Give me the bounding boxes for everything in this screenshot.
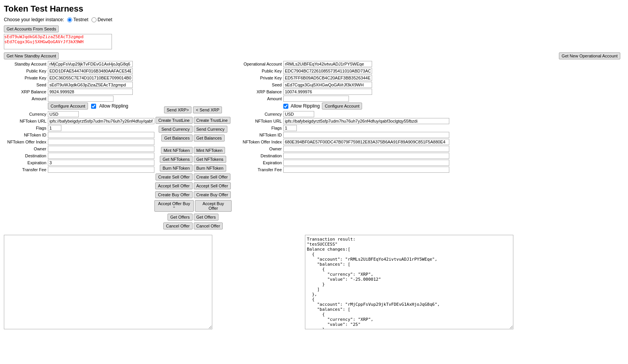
op-flags-input[interactable] xyxy=(283,125,297,131)
standby-expiration-input[interactable] xyxy=(48,160,154,166)
standby-amount-input[interactable] xyxy=(48,96,113,102)
op-seed-label: Seed xyxy=(232,83,282,87)
standby-expiration-label: Expiration xyxy=(4,160,46,165)
standby-seed-label: Seed xyxy=(4,83,46,87)
get-offers-left-btn[interactable]: Get Offers xyxy=(168,214,193,221)
page-title: Token Test Harness xyxy=(4,4,624,14)
send-xrp-standby-btn[interactable]: Send XRP> xyxy=(164,106,192,113)
standby-destination-label: Destination xyxy=(4,153,46,158)
cancel-offer-left-btn[interactable]: Cancel Offer xyxy=(163,222,193,229)
get-new-operational-btn[interactable]: Get New Operational Account xyxy=(559,52,620,59)
get-nftokens-right-btn[interactable]: Get NFTokens xyxy=(194,156,226,163)
op-destination-input[interactable] xyxy=(283,153,449,159)
standby-account-input[interactable] xyxy=(48,61,133,67)
op-nftoken-id-label: NFToken ID xyxy=(232,133,282,137)
op-nftoken-id-input[interactable] xyxy=(283,132,449,138)
create-trustline-left-btn[interactable]: Create TrustLine xyxy=(156,117,192,124)
standby-nftoken-offer-index-label: NFToken Offer Index xyxy=(4,140,46,144)
create-buy-left-btn[interactable]: Create Buy Offer xyxy=(155,191,192,198)
standby-nftoken-url-label: NFToken URL xyxy=(4,119,46,123)
create-sell-right-btn[interactable]: Create Sell Offer xyxy=(194,174,231,180)
op-nftoken-url-input[interactable] xyxy=(283,118,449,124)
op-transfer-fee-input[interactable] xyxy=(283,167,449,173)
seeds-textarea[interactable]: sEdT9uWJqdkG63pZizaZ5EAcT3zgmpd sEd7Cqgx… xyxy=(4,34,112,49)
get-new-standby-btn[interactable]: Get New Standby Account xyxy=(4,52,59,59)
standby-nftoken-url-input[interactable] xyxy=(48,118,154,124)
result-right-textarea[interactable]: Transaction result: "tesSUCCESS" Balance… xyxy=(305,235,513,329)
standby-nftoken-offer-index-input[interactable] xyxy=(48,139,154,145)
create-sell-left-btn[interactable]: Create Sell Offer xyxy=(156,174,193,180)
op-expiration-label: Expiration xyxy=(232,160,282,165)
get-balances-left-btn[interactable]: Get Balances xyxy=(161,135,192,142)
devnet-label[interactable]: Devnet xyxy=(91,17,112,22)
op-privkey-input[interactable] xyxy=(283,75,372,81)
op-nftoken-offer-index-input[interactable] xyxy=(283,139,449,145)
devnet-radio[interactable] xyxy=(91,17,96,22)
testnet-label[interactable]: Testnet xyxy=(67,17,88,22)
standby-amount-label: Amount xyxy=(4,96,46,101)
mint-nftoken-right-btn[interactable]: Mint NFToken xyxy=(194,147,225,154)
accept-sell-left-btn[interactable]: Accept Sell Offer xyxy=(155,182,192,189)
standby-allow-rippling-label: Allow Rippling xyxy=(99,103,128,109)
op-allow-rippling-label: Allow Rippling xyxy=(291,103,320,109)
testnet-radio[interactable] xyxy=(67,17,72,22)
op-xrp-balance-label: XRP Balance xyxy=(232,89,282,94)
op-currency-label: Currency xyxy=(232,112,282,116)
op-allow-rippling-checkbox[interactable] xyxy=(283,104,288,109)
op-privkey-label: Private Key xyxy=(232,76,282,80)
op-xrp-balance-input[interactable] xyxy=(283,89,372,95)
get-nftokens-left-btn[interactable]: Get NFTokens xyxy=(160,156,192,163)
send-currency-left-btn[interactable]: Send Currency xyxy=(159,126,192,133)
standby-nftoken-id-label: NFToken ID xyxy=(4,133,46,137)
standby-configure-btn[interactable]: Configure Account xyxy=(48,103,88,110)
standby-allow-rippling-checkbox[interactable] xyxy=(91,104,96,109)
standby-seed-input[interactable] xyxy=(48,82,133,88)
result-left-textarea[interactable] xyxy=(4,235,212,329)
burn-nftoken-right-btn[interactable]: Burn NFToken xyxy=(194,165,226,172)
standby-currency-input[interactable] xyxy=(48,111,79,117)
accept-buy-left-btn[interactable]: Accept Offer Buy " xyxy=(154,200,194,212)
ledger-label: Choose your ledger instance: xyxy=(4,17,64,22)
op-seed-input[interactable] xyxy=(283,82,372,88)
op-configure-btn[interactable]: Configure Account xyxy=(322,103,362,110)
get-offers-right-btn[interactable]: Get Offers xyxy=(194,214,219,221)
standby-pubkey-input[interactable] xyxy=(48,68,133,74)
get-accounts-btn[interactable]: Get Accounts From Seeds xyxy=(4,25,59,32)
standby-account-label: Standby Account xyxy=(4,62,46,66)
cancel-offer-right-btn[interactable]: Cancel Offer xyxy=(194,222,223,229)
create-buy-right-btn[interactable]: Create Buy Offer xyxy=(194,191,231,198)
standby-xrp-balance-input[interactable] xyxy=(48,89,133,95)
standby-owner-label: Owner xyxy=(4,147,46,151)
create-trustline-right-btn[interactable]: Create TrustLine xyxy=(194,117,230,124)
standby-owner-input[interactable] xyxy=(48,146,154,152)
op-owner-label: Owner xyxy=(232,147,282,151)
standby-transfer-fee-input[interactable] xyxy=(48,167,154,173)
op-transfer-fee-label: Transfer Fee xyxy=(232,167,282,172)
standby-xrp-balance-label: XRP Balance xyxy=(4,89,46,94)
standby-flags-input[interactable] xyxy=(48,125,61,131)
standby-currency-label: Currency xyxy=(4,112,46,116)
op-account-label: Operational Account xyxy=(232,62,282,66)
accept-buy-right-btn[interactable]: Accept Buy Offer xyxy=(195,200,232,212)
op-pubkey-input[interactable] xyxy=(283,68,372,74)
recv-xrp-operational-btn[interactable]: < Send XRP xyxy=(193,106,222,113)
burn-nftoken-left-btn[interactable]: Burn NFToken xyxy=(160,165,192,172)
send-currency-right-btn[interactable]: Send Currency xyxy=(194,126,227,133)
accept-sell-right-btn[interactable]: Accept Sell Offer xyxy=(194,182,231,189)
op-flags-label: Flags xyxy=(232,126,282,130)
standby-destination-input[interactable] xyxy=(48,153,154,159)
op-pubkey-label: Public Key xyxy=(232,69,282,73)
standby-nftoken-id-input[interactable] xyxy=(48,132,154,138)
op-owner-input[interactable] xyxy=(283,146,449,152)
op-account-input[interactable] xyxy=(283,61,372,67)
standby-privkey-input[interactable] xyxy=(48,75,133,81)
op-expiration-input[interactable] xyxy=(283,160,449,166)
op-currency-input[interactable] xyxy=(283,111,314,117)
op-amount-input[interactable] xyxy=(283,96,349,102)
standby-pubkey-label: Public Key xyxy=(4,69,46,73)
op-destination-label: Destination xyxy=(232,153,282,158)
op-nftoken-offer-index-label: NFToken Offer Index xyxy=(232,140,282,144)
mint-nftoken-left-btn[interactable]: Mint NFToken xyxy=(161,147,193,154)
get-balances-right-btn[interactable]: Get Balances xyxy=(194,135,225,142)
standby-flags-label: Flags xyxy=(4,126,46,130)
